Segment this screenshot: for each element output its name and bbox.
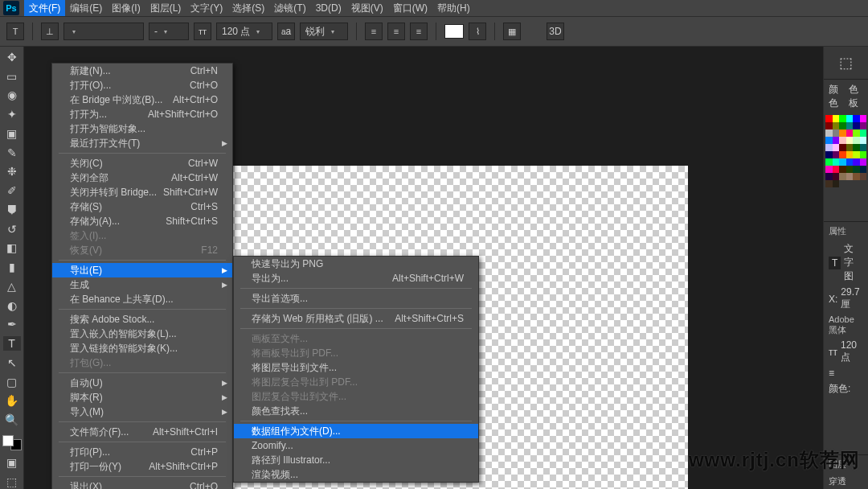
- warp-text-icon[interactable]: ⌇: [469, 23, 486, 40]
- tab-color[interactable]: 颜色: [829, 83, 844, 110]
- swatch[interactable]: [825, 151, 833, 158]
- gradient-tool-icon[interactable]: ▮: [3, 260, 21, 274]
- char-panel-icon[interactable]: ▦: [503, 23, 521, 40]
- swatch[interactable]: [846, 173, 854, 180]
- tab-layers[interactable]: 图层: [824, 454, 868, 474]
- shape-tool-icon[interactable]: ▢: [3, 375, 21, 389]
- swatch[interactable]: [833, 129, 840, 137]
- type-tool-icon[interactable]: T: [3, 336, 21, 351]
- menu-选择[interactable]: 选择(S): [227, 0, 269, 16]
- align-left-icon[interactable]: ≡: [365, 23, 383, 40]
- swatch[interactable]: [825, 166, 833, 173]
- font-family-dropdown[interactable]: [63, 23, 144, 40]
- menu-item-Y[interactable]: 打印一份(Y)Alt+Shift+Ctrl+P: [52, 459, 232, 474]
- menu-item-[interactable]: 导出首选项...: [234, 291, 478, 306]
- menu-item-T[interactable]: 最近打开文件(T)▶: [52, 136, 232, 150]
- menu-item-O[interactable]: 打开(O)...Ctrl+O: [52, 78, 232, 92]
- menu-item-L[interactable]: 置入嵌入的智能对象(L)...: [52, 327, 232, 341]
- swatch[interactable]: [839, 158, 846, 166]
- swatch[interactable]: [846, 129, 854, 137]
- menu-item-P[interactable]: 打印(P)...Ctrl+P: [52, 445, 232, 459]
- menu-item-A[interactable]: 存储为(A)...Shift+Ctrl+S: [52, 214, 232, 228]
- swatch[interactable]: [860, 158, 867, 166]
- menu-item-BehanceD[interactable]: 在 Behance 上共享(D)...: [52, 292, 232, 306]
- swatch[interactable]: [860, 129, 867, 137]
- menu-item-Illustrator[interactable]: 路径到 Illustrator...: [234, 453, 478, 467]
- swatch[interactable]: [839, 151, 846, 158]
- swatch[interactable]: [846, 137, 854, 144]
- menu-item-R[interactable]: 脚本(R)▶: [52, 390, 232, 405]
- text-color-swatch[interactable]: [444, 24, 464, 39]
- menu-item-X[interactable]: 退出(X)Ctrl+Q: [52, 479, 232, 489]
- lasso-tool-icon[interactable]: ◉: [3, 88, 21, 103]
- swatch[interactable]: [825, 122, 833, 129]
- menu-item-[interactable]: 将图层导出到文件...: [234, 360, 478, 375]
- swatch[interactable]: [833, 180, 840, 187]
- swatch[interactable]: [846, 166, 854, 173]
- menu-item-[interactable]: 导出为...Alt+Shift+Ctrl+W: [234, 271, 478, 286]
- eraser-tool-icon[interactable]: ◧: [3, 241, 21, 256]
- blur-tool-icon[interactable]: △: [3, 279, 21, 294]
- menu-item-PNG[interactable]: 快速导出为 PNG: [234, 257, 478, 271]
- wand-tool-icon[interactable]: ✦: [3, 107, 21, 121]
- 3d-button[interactable]: 3D: [547, 23, 564, 40]
- menu-item-BridgeB[interactable]: 在 Bridge 中浏览(B)...Alt+Ctrl+O: [52, 92, 232, 107]
- swatch[interactable]: [833, 122, 840, 129]
- swatch[interactable]: [853, 173, 860, 180]
- menu-item-E[interactable]: 导出(E)▶: [52, 263, 232, 277]
- menu-item-U[interactable]: 自动(U)▶: [52, 376, 232, 390]
- menu-3D[interactable]: 3D(D): [311, 0, 346, 16]
- menu-item-[interactable]: 颜色查找表...: [234, 404, 478, 418]
- menu-图像[interactable]: 图像(I): [107, 0, 145, 16]
- tool-preset-icon[interactable]: T: [6, 23, 24, 40]
- menu-item-[interactable]: 打开为智能对象...: [52, 121, 232, 136]
- menu-图层[interactable]: 图层(L): [145, 0, 186, 16]
- marquee-tool-icon[interactable]: ▭: [3, 69, 21, 84]
- menu-item-D[interactable]: 数据组作为文件(D)...: [234, 424, 478, 438]
- swatch[interactable]: [860, 144, 867, 151]
- swatch[interactable]: [825, 158, 833, 166]
- menu-文件[interactable]: 文件(F): [24, 0, 65, 16]
- menu-item-Bridge[interactable]: 关闭并转到 Bridge...Shift+Ctrl+W: [52, 185, 232, 199]
- swatch[interactable]: [833, 158, 840, 166]
- quick-mask-icon[interactable]: ▣: [3, 455, 21, 470]
- swatch[interactable]: [860, 137, 867, 144]
- swatch[interactable]: [853, 151, 860, 158]
- menu-item-[interactable]: 打开为...Alt+Shift+Ctrl+O: [52, 107, 232, 121]
- tab-properties[interactable]: 属性: [824, 221, 868, 240]
- tab-swatches[interactable]: 色板: [849, 83, 864, 110]
- swatches-panel[interactable]: [824, 113, 868, 189]
- kerning-icon[interactable]: ≡: [829, 368, 834, 379]
- pen-tool-icon[interactable]: ✒: [3, 318, 21, 332]
- menu-item-K[interactable]: 置入链接的智能对象(K)...: [52, 341, 232, 355]
- menu-窗口[interactable]: 窗口(W): [388, 0, 432, 16]
- stamp-tool-icon[interactable]: ⛊: [3, 203, 21, 217]
- dodge-tool-icon[interactable]: ◐: [3, 298, 21, 313]
- swatch[interactable]: [853, 115, 860, 122]
- swatch[interactable]: [853, 166, 860, 173]
- swatch[interactable]: [825, 129, 833, 137]
- swatch[interactable]: [825, 137, 833, 144]
- swatch[interactable]: [839, 173, 846, 180]
- brush-tool-icon[interactable]: ✐: [3, 183, 21, 198]
- orientation-icon[interactable]: ⊥: [41, 23, 59, 40]
- antialias-dropdown[interactable]: 锐利: [300, 23, 348, 40]
- swatch[interactable]: [846, 158, 854, 166]
- menu-item-M[interactable]: 导入(M)▶: [52, 405, 232, 419]
- swatch[interactable]: [839, 115, 846, 122]
- swatch[interactable]: [833, 144, 840, 151]
- eyedropper-tool-icon[interactable]: ✎: [3, 146, 21, 160]
- swatch[interactable]: [833, 137, 840, 144]
- font-size-dropdown[interactable]: 120 点: [216, 23, 272, 40]
- swatch[interactable]: [839, 137, 846, 144]
- menu-item-Zoomify[interactable]: Zoomify...: [234, 438, 478, 453]
- menu-item-F[interactable]: 文件简介(F)...Alt+Shift+Ctrl+I: [52, 425, 232, 439]
- swatch[interactable]: [833, 115, 840, 122]
- swatch[interactable]: [825, 144, 833, 151]
- menu-item-AdobeStock[interactable]: 搜索 Adobe Stock...: [52, 312, 232, 327]
- hand-tool-icon[interactable]: ✋: [3, 394, 21, 409]
- path-tool-icon[interactable]: ↖: [3, 355, 21, 370]
- swatch[interactable]: [846, 144, 854, 151]
- swatch[interactable]: [833, 173, 840, 180]
- menu-item-[interactable]: 渲染视频...: [234, 467, 478, 482]
